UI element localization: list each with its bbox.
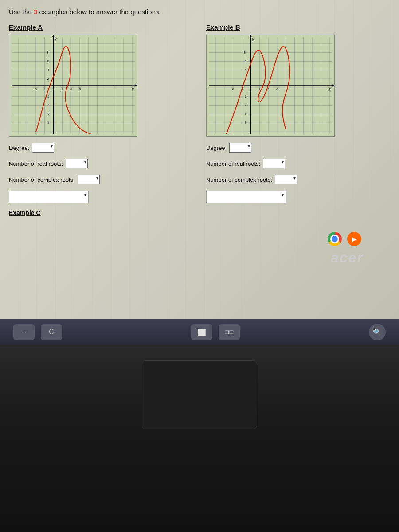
- taskbar-center-btn: ⬜ ❑❑: [191, 324, 240, 340]
- degree-row-b: Degree: 1 2 3 4 5: [206, 143, 390, 153]
- graph-a: x y -6 -4 -2 2 4 6 4 6 8 2 -2: [9, 35, 137, 137]
- real-roots-dropdown-wrapper-a: 0 1 2 3: [66, 159, 88, 168]
- svg-text:x: x: [329, 86, 332, 91]
- degree-select-a[interactable]: 1 2 3 4 5: [32, 143, 54, 153]
- svg-text:-4: -4: [47, 103, 50, 107]
- extra-select-a[interactable]: [9, 191, 89, 203]
- degree-label-b: Degree:: [206, 145, 227, 151]
- svg-text:4: 4: [245, 68, 247, 72]
- extra-dropdown-row-a: [9, 191, 193, 203]
- screen: Use the 3 examples below to answer the q…: [0, 0, 399, 319]
- back-button[interactable]: →: [13, 324, 35, 340]
- svg-text:8: 8: [47, 51, 49, 55]
- svg-text:y: y: [54, 36, 57, 41]
- real-roots-label-b: Number of real roots:: [206, 160, 260, 167]
- svg-text:-4: -4: [244, 103, 247, 107]
- complex-roots-label-a: Number of complex roots:: [9, 176, 75, 183]
- svg-text:2: 2: [47, 77, 49, 81]
- real-roots-row-a: Number of real roots: 0 1 2 3: [9, 159, 193, 168]
- svg-marker-27: [135, 84, 137, 87]
- svg-text:-6: -6: [244, 112, 247, 116]
- svg-text:-2: -2: [51, 87, 54, 91]
- content-area: Use the 3 examples below to answer the q…: [0, 0, 399, 221]
- play-icon[interactable]: ▶: [347, 232, 361, 246]
- real-roots-label-a: Number of real roots:: [9, 160, 63, 167]
- window-button[interactable]: ⬜: [191, 324, 212, 340]
- svg-text:-6: -6: [34, 87, 37, 91]
- degree-label-a: Degree:: [9, 145, 29, 151]
- real-roots-dropdown-wrapper-b: 0 1 2 3 4: [263, 159, 285, 168]
- instruction-text: Use the 3 examples below to answer the q…: [9, 8, 390, 16]
- svg-text:-6: -6: [231, 87, 235, 91]
- svg-text:8: 8: [244, 51, 246, 55]
- svg-text:6: 6: [245, 59, 247, 63]
- svg-text:4: 4: [70, 87, 72, 91]
- complex-roots-row-b: Number of complex roots: 0 1 2 3 4: [206, 175, 390, 184]
- refresh-button[interactable]: C: [41, 324, 62, 340]
- complex-roots-dropdown-wrapper-a: 0 1 2 3: [78, 175, 100, 184]
- svg-text:4: 4: [47, 68, 50, 72]
- chrome-icon[interactable]: [328, 232, 342, 246]
- form-fields-b: Degree: 1 2 3 4 5: [206, 143, 390, 203]
- real-roots-select-b[interactable]: 0 1 2 3 4: [263, 159, 285, 168]
- svg-text:-4: -4: [43, 87, 46, 91]
- extra-select-b[interactable]: [206, 191, 286, 203]
- real-roots-row-b: Number of real roots: 0 1 2 3 4: [206, 159, 390, 168]
- search-button[interactable]: 🔍: [369, 324, 386, 340]
- example-b-col: Example B: [206, 23, 390, 209]
- taskbar: → C ⬜ ❑❑ 🔍: [0, 319, 399, 345]
- example-b-title: Example B: [206, 23, 390, 31]
- svg-text:-8: -8: [47, 121, 50, 125]
- svg-text:-2: -2: [248, 87, 251, 91]
- taskbar-left-buttons: → C: [13, 324, 62, 340]
- number-highlight: 3: [34, 8, 37, 16]
- complex-roots-row-a: Number of complex roots: 0 1 2 3: [9, 175, 193, 184]
- acer-logo: acer: [331, 250, 364, 266]
- extra-dropdown-wrapper-a: [9, 191, 89, 203]
- svg-text:2: 2: [61, 87, 63, 91]
- trackpad[interactable]: [142, 360, 257, 429]
- example-c-label: Example C: [9, 209, 193, 216]
- svg-text:6: 6: [79, 87, 81, 91]
- multi-window-button[interactable]: ❑❑: [219, 324, 240, 340]
- degree-row-a: Degree: 1 2 3 4 5: [9, 143, 193, 153]
- svg-text:y: y: [251, 36, 254, 41]
- extra-dropdown-row-b: [206, 191, 390, 203]
- complex-roots-dropdown-wrapper-b: 0 1 2 3 4: [275, 175, 297, 184]
- extra-dropdown-wrapper-b: [206, 191, 286, 203]
- svg-text:-8: -8: [244, 121, 247, 125]
- form-fields-a: Degree: 1 2 3 4 5: [9, 143, 193, 203]
- svg-marker-72: [332, 84, 334, 87]
- example-a-col: Example A: [9, 23, 193, 216]
- complex-roots-select-b[interactable]: 0 1 2 3 4: [275, 175, 297, 184]
- complex-roots-label-b: Number of complex roots:: [206, 176, 272, 183]
- real-roots-select-a[interactable]: 0 1 2 3: [66, 159, 88, 168]
- browser-icons: ▶: [328, 232, 361, 246]
- degree-dropdown-wrapper-a: 1 2 3 4 5: [32, 143, 54, 153]
- svg-text:6: 6: [276, 87, 278, 91]
- degree-dropdown-wrapper-b: 1 2 3 4 5: [229, 143, 251, 153]
- complex-roots-select-a[interactable]: 0 1 2 3: [78, 175, 100, 184]
- svg-text:-6: -6: [47, 112, 50, 116]
- laptop-body: [0, 345, 399, 532]
- svg-text:x: x: [131, 86, 134, 91]
- svg-text:6: 6: [47, 59, 50, 63]
- svg-text:-2: -2: [244, 94, 247, 98]
- degree-select-b[interactable]: 1 2 3 4 5: [229, 143, 251, 153]
- graph-b: x y -6 -4 -2 2 4 6 4 6 8 2 -2 -: [206, 35, 335, 137]
- example-a-title: Example A: [9, 23, 193, 31]
- examples-row: Example A: [9, 23, 390, 216]
